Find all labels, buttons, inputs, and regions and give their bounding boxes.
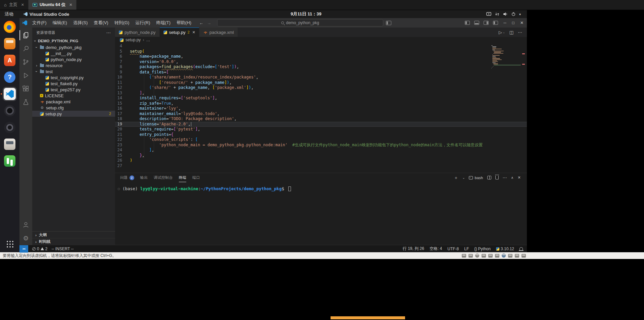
editor-tab-package.xml[interactable]: package.xml: [199, 28, 238, 37]
dock-item-firefox[interactable]: [3, 20, 17, 34]
menu-item[interactable]: 文件(F): [29, 18, 50, 28]
layout-control-icon[interactable]: [386, 21, 391, 25]
breadcrumb[interactable]: setup.py › …: [115, 37, 527, 43]
tree-item-demo_python_pkg[interactable]: ›demo_python_pkg: [32, 44, 115, 50]
chevron-down-icon[interactable]: ⌄: [462, 176, 465, 179]
focused-app[interactable]: Visual Studio Code: [23, 12, 69, 17]
code-line-10[interactable]: 10 ('share/ament_index/resource_index/pa…: [115, 75, 527, 80]
code-line-20[interactable]: 20 tests_require=['pytest'],: [115, 127, 527, 132]
language-mode[interactable]: {} Python: [474, 247, 491, 251]
printer-device-icon[interactable]: [495, 254, 499, 258]
menu-item[interactable]: 运行(R): [132, 18, 153, 28]
code-line-12[interactable]: 12 ('share/' + package_name, ['package.x…: [115, 85, 527, 91]
menu-item[interactable]: 终端(T): [153, 18, 174, 28]
code-line-15[interactable]: 15 zip_safe=True,: [115, 101, 527, 106]
encoding-status[interactable]: UTF-8: [447, 247, 459, 251]
terminal-view[interactable]: ○ (base) lyy@lyy-virtual-machine:~/Pytho…: [115, 182, 527, 245]
code-line-22[interactable]: 22 'console_scripts': [: [115, 137, 527, 143]
more-actions-icon[interactable]: ⋯: [518, 30, 522, 35]
show-applications-button[interactable]: [3, 238, 17, 252]
code-line-4[interactable]: 4: [115, 44, 527, 49]
usb-device-icon[interactable]: [482, 254, 486, 258]
restore-button[interactable]: □: [512, 20, 514, 25]
dock-item-green-app[interactable]: [3, 154, 17, 168]
close-button[interactable]: ✕: [520, 20, 524, 25]
outline-section[interactable]: › 大纲: [32, 231, 115, 238]
activity-run-debug[interactable]: [19, 69, 32, 82]
code-line-26[interactable]: 26): [115, 158, 527, 163]
code-line-13[interactable]: 13 ],: [115, 91, 527, 96]
cursor-position[interactable]: 行 19, 列 26: [403, 246, 424, 252]
tree-item-test_flake8.py[interactable]: test_flake8.py: [32, 81, 115, 87]
back-icon[interactable]: ←: [199, 20, 203, 25]
code-editor[interactable]: 45setup(6 name=package_name,7 version='0…: [115, 43, 527, 173]
tree-item-package.xml[interactable]: package.xml: [32, 99, 115, 105]
code-line-5[interactable]: 5setup(: [115, 49, 527, 54]
menu-item[interactable]: 查看(V): [91, 18, 111, 28]
vmware-tab-ubuntu[interactable]: Ubuntu 64 位 ✕: [29, 0, 77, 10]
account-icon[interactable]: [19, 218, 32, 231]
problems-status[interactable]: 0 2: [32, 247, 47, 251]
clock[interactable]: 9月11日 11：39: [291, 10, 321, 18]
minimap[interactable]: [491, 44, 519, 70]
remote-indicator[interactable]: ><: [19, 245, 28, 253]
activity-extensions[interactable]: [19, 82, 32, 96]
split-editor-icon[interactable]: ◫: [509, 30, 513, 35]
tree-item-test_copyright.py[interactable]: test_copyright.py: [32, 74, 115, 81]
code-line-7[interactable]: 7 version='0.0.0',: [115, 59, 527, 65]
panel-tab-输出[interactable]: 输出: [140, 173, 148, 182]
tree-item-LICENSE[interactable]: LICENSE: [32, 93, 115, 99]
more-actions-icon[interactable]: ⋯: [503, 175, 507, 180]
menu-item[interactable]: 选择(S): [70, 18, 91, 28]
system-tray[interactable]: ▾: [486, 10, 521, 18]
host-taskbar-item[interactable]: [331, 316, 405, 319]
tree-item-resource[interactable]: ›resource: [32, 62, 115, 68]
cdrom-device-icon[interactable]: [468, 254, 473, 258]
dock-item-files[interactable]: [3, 37, 17, 51]
eol-status[interactable]: LF: [464, 247, 469, 251]
code-line-11[interactable]: 11 ['resource/' + package_name]),: [115, 80, 527, 86]
serial-device-icon[interactable]: [508, 254, 512, 258]
tree-item-setup.py[interactable]: setup.py2: [32, 111, 115, 117]
activity-search[interactable]: [19, 42, 32, 55]
terminal-instance[interactable]: bash: [469, 176, 483, 180]
panel-tab-问题[interactable]: 问题2: [120, 173, 134, 182]
code-line-18[interactable]: 18 description='TODO: Package descriptio…: [115, 116, 527, 122]
kill-terminal-icon[interactable]: [495, 176, 499, 179]
customize-layout-icon[interactable]: [493, 21, 498, 25]
hdd-device-icon[interactable]: [462, 254, 466, 258]
explorer-root-folder[interactable]: › DEMO_PYTHON_PKG: [32, 38, 115, 44]
new-terminal-icon[interactable]: ＋: [454, 175, 458, 181]
dock-item-media-app[interactable]: [3, 104, 17, 118]
toggle-secondary-sidebar-icon[interactable]: [484, 21, 489, 25]
close-tab-icon[interactable]: ✕: [192, 30, 195, 35]
indentation-status[interactable]: 空格: 4: [430, 246, 442, 252]
menu-item[interactable]: 帮助(H): [174, 18, 194, 28]
ellipsis-icon[interactable]: ⋯: [106, 30, 111, 35]
close-panel-icon[interactable]: ✕: [517, 175, 521, 180]
command-center-search[interactable]: demo_python_pkg: [217, 19, 383, 26]
activities-button[interactable]: 活动: [0, 10, 18, 18]
settings-gear-icon[interactable]: ⚙: [19, 231, 32, 245]
code-line-14[interactable]: 14 install_requires=['setuptools'],: [115, 96, 527, 101]
sound-device-icon[interactable]: [488, 254, 493, 258]
display-device-icon[interactable]: [502, 254, 506, 258]
tree-item-test[interactable]: ›test: [32, 68, 115, 74]
activity-explorer[interactable]: [19, 29, 32, 42]
code-line-25[interactable]: 25 },: [115, 153, 527, 158]
tree-item-__init__.py[interactable]: __init__.py: [32, 50, 115, 56]
dock-item-ubuntu-software[interactable]: [3, 53, 17, 67]
tree-item-test_pep257.py[interactable]: test_pep257.py: [32, 87, 115, 93]
split-terminal-icon[interactable]: [487, 176, 491, 179]
dock-item-help[interactable]: [3, 70, 17, 84]
dock-item-media-app-2[interactable]: [3, 120, 17, 135]
code-line-9[interactable]: 9 data_files=[: [115, 70, 527, 75]
notifications-bell-icon[interactable]: [519, 247, 523, 250]
minimize-button[interactable]: ─: [503, 20, 506, 25]
activity-source-control[interactable]: [19, 55, 32, 69]
toggle-sidebar-icon[interactable]: [465, 21, 470, 25]
tree-item-python_node.py[interactable]: python_node.py: [32, 56, 115, 62]
code-line-27[interactable]: 27: [115, 163, 527, 169]
activity-testing[interactable]: [19, 96, 32, 109]
python-interpreter[interactable]: 3.10.12: [496, 247, 514, 251]
